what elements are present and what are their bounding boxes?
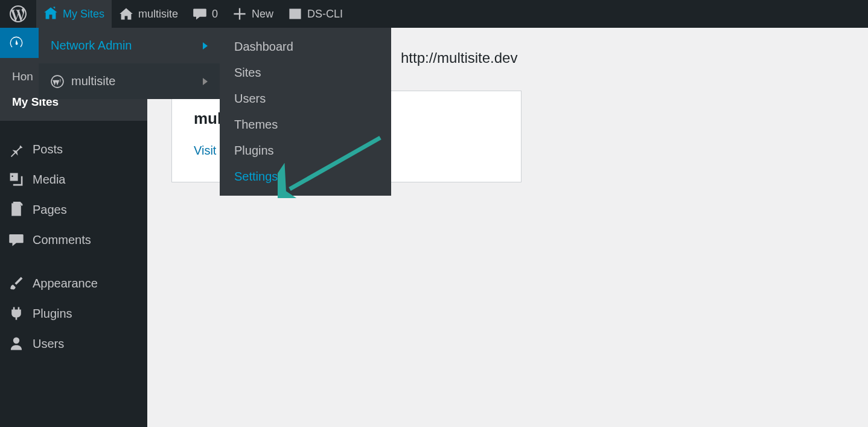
- chevron-right-icon: [203, 78, 208, 85]
- adminbar-dscli[interactable]: DS-CLI: [281, 0, 350, 28]
- flyout-network-admin-label: Network Admin: [51, 39, 132, 53]
- flyout-network-admin[interactable]: Network Admin: [39, 28, 220, 63]
- flyout-site-label: multisite: [71, 74, 115, 88]
- sites-icon: [43, 7, 58, 21]
- adminbar-mysites[interactable]: My Sites: [36, 0, 112, 28]
- chevron-right-icon: [203, 42, 208, 50]
- adminbar-sitename-label: multisite: [138, 8, 178, 21]
- sidebar-media[interactable]: Media: [0, 164, 147, 194]
- sidebar-users-label: Users: [33, 337, 64, 351]
- flyout2-plugins[interactable]: Plugins: [220, 138, 391, 164]
- flyout2-settings[interactable]: Settings: [220, 164, 391, 190]
- network-admin-flyout: Dashboard Sites Users Themes Plugins Set…: [220, 28, 391, 196]
- pin-icon: [8, 141, 24, 157]
- sidebar-comments-label: Comments: [33, 233, 91, 247]
- user-icon: [8, 336, 24, 352]
- mysites-flyout: Network Admin multisite: [39, 28, 220, 99]
- dashboard-icon: [8, 35, 24, 51]
- plus-icon: [232, 7, 247, 21]
- home-icon: [119, 7, 133, 21]
- wordpress-icon: [51, 75, 64, 88]
- brush-icon: [8, 275, 24, 291]
- sidebar-appearance[interactable]: Appearance: [0, 268, 147, 298]
- pages-icon: [8, 202, 24, 217]
- sidebar-plugins-label: Plugins: [33, 307, 72, 321]
- adminbar-comments[interactable]: 0: [185, 0, 225, 28]
- terminal-icon: [288, 7, 302, 21]
- adminbar-sitename[interactable]: multisite: [112, 0, 185, 28]
- flyout-site-entry[interactable]: multisite: [39, 63, 220, 99]
- sidebar-media-label: Media: [33, 173, 65, 187]
- adminbar-dscli-label: DS-CLI: [307, 8, 343, 21]
- adminbar-mysites-label: My Sites: [63, 8, 104, 21]
- sidebar-divider: [0, 121, 147, 134]
- sidebar-plugins[interactable]: Plugins: [0, 298, 147, 329]
- flyout2-themes[interactable]: Themes: [220, 112, 391, 138]
- sidebar-divider: [0, 255, 147, 268]
- wp-logo[interactable]: [0, 0, 36, 28]
- sidebar-users[interactable]: Users: [0, 329, 147, 359]
- comment-icon: [8, 232, 24, 248]
- adminbar-new-label: New: [252, 8, 273, 21]
- primary-site-url: http://multisite.dev: [401, 50, 517, 66]
- sidebar-pages-label: Pages: [33, 203, 67, 217]
- sidebar-comments[interactable]: Comments: [0, 225, 147, 255]
- adminbar-new[interactable]: New: [225, 0, 281, 28]
- site-visit-link[interactable]: Visit: [194, 144, 216, 157]
- plugin-icon: [8, 306, 24, 321]
- sidebar-posts[interactable]: Posts: [0, 134, 147, 164]
- adminbar: My Sites multisite 0 New DS-CLI: [0, 0, 868, 28]
- sidebar-posts-label: Posts: [33, 143, 63, 156]
- comment-icon: [193, 7, 207, 21]
- sidebar-appearance-label: Appearance: [33, 277, 98, 291]
- media-icon: [8, 172, 24, 187]
- flyout2-dashboard[interactable]: Dashboard: [220, 34, 391, 60]
- flyout2-sites[interactable]: Sites: [220, 60, 391, 86]
- wordpress-icon: [10, 5, 27, 22]
- flyout2-users[interactable]: Users: [220, 86, 391, 112]
- adminbar-comments-count: 0: [212, 8, 218, 21]
- sidebar-pages[interactable]: Pages: [0, 194, 147, 225]
